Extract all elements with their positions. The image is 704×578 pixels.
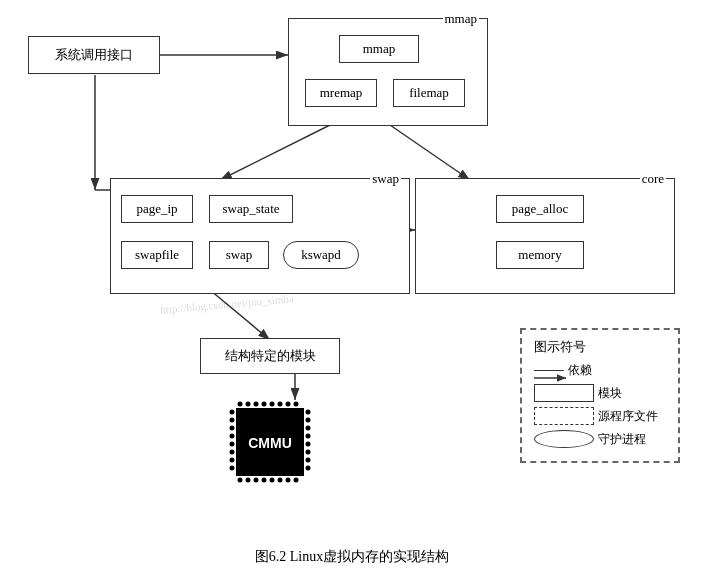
- mmap-group-label: mmap: [443, 11, 480, 27]
- svg-point-19: [294, 402, 299, 407]
- svg-point-34: [230, 458, 235, 463]
- cmmu-chip-svg: CMMU: [226, 398, 314, 486]
- legend-source: 源程序文件: [534, 407, 666, 425]
- core-group-label: core: [640, 171, 666, 187]
- svg-point-31: [230, 434, 235, 439]
- svg-point-30: [230, 426, 235, 431]
- svg-point-21: [246, 478, 251, 483]
- svg-point-12: [238, 402, 243, 407]
- svg-point-43: [306, 466, 311, 471]
- diagram: 系统调用接口 mmap mmap mremap filemap swap pag…: [0, 0, 704, 540]
- svg-point-22: [254, 478, 259, 483]
- core-group: core page_alloc memory: [415, 178, 675, 294]
- svg-point-18: [286, 402, 291, 407]
- swap-state-btn: swap_state: [209, 195, 293, 223]
- svg-point-36: [306, 410, 311, 415]
- legend-module-sample: [534, 384, 594, 402]
- svg-point-15: [262, 402, 267, 407]
- svg-point-38: [306, 426, 311, 431]
- svg-point-24: [270, 478, 275, 483]
- svg-point-33: [230, 450, 235, 455]
- svg-point-26: [286, 478, 291, 483]
- svg-point-37: [306, 418, 311, 423]
- cmmu-wrapper: CMMU: [226, 398, 314, 486]
- svg-point-40: [306, 442, 311, 447]
- svg-point-28: [230, 410, 235, 415]
- struct-module-box: 结构特定的模块: [200, 338, 340, 374]
- watermark: http://blog.csdn.net/jnu_simba: [160, 292, 294, 316]
- legend-guard: 守护进程: [534, 430, 666, 448]
- swap-group-label: swap: [370, 171, 401, 187]
- page-alloc-btn: page_alloc: [496, 195, 584, 223]
- filemap-btn: filemap: [393, 79, 465, 107]
- syscall-box: 系统调用接口: [28, 36, 160, 74]
- svg-point-39: [306, 434, 311, 439]
- swap-group: swap page_ip swap_state swapfile swap ks…: [110, 178, 410, 294]
- svg-point-32: [230, 442, 235, 447]
- svg-point-23: [262, 478, 267, 483]
- svg-point-29: [230, 418, 235, 423]
- swapfile-btn: swapfile: [121, 241, 193, 269]
- svg-line-5: [220, 125, 330, 180]
- svg-line-8: [210, 290, 270, 340]
- page-ip-btn: page_ip: [121, 195, 193, 223]
- svg-point-25: [278, 478, 283, 483]
- svg-line-6: [390, 125, 470, 180]
- legend-guard-sample: [534, 430, 594, 448]
- svg-text:CMMU: CMMU: [248, 435, 292, 451]
- mmap-group: mmap mmap mremap filemap: [288, 18, 488, 126]
- svg-point-27: [294, 478, 299, 483]
- swap-btn: swap: [209, 241, 269, 269]
- svg-point-16: [270, 402, 275, 407]
- legend-dependency: 依赖: [534, 362, 666, 379]
- caption: 图6.2 Linux虚拟内存的实现结构: [0, 540, 704, 570]
- svg-point-14: [254, 402, 259, 407]
- legend-box: 图示符号 依赖 模块 源程序文件 守护进: [520, 328, 680, 463]
- memory-btn: memory: [496, 241, 584, 269]
- legend-source-sample: [534, 407, 594, 425]
- svg-point-41: [306, 450, 311, 455]
- legend-module: 模块: [534, 384, 666, 402]
- svg-point-42: [306, 458, 311, 463]
- svg-point-17: [278, 402, 283, 407]
- kswapd-btn: kswapd: [283, 241, 359, 269]
- svg-point-35: [230, 466, 235, 471]
- legend-title: 图示符号: [534, 338, 666, 356]
- mremap-btn: mremap: [305, 79, 377, 107]
- mmap-btn: mmap: [339, 35, 419, 63]
- svg-point-20: [238, 478, 243, 483]
- dep-arrow: [534, 372, 574, 384]
- svg-point-13: [246, 402, 251, 407]
